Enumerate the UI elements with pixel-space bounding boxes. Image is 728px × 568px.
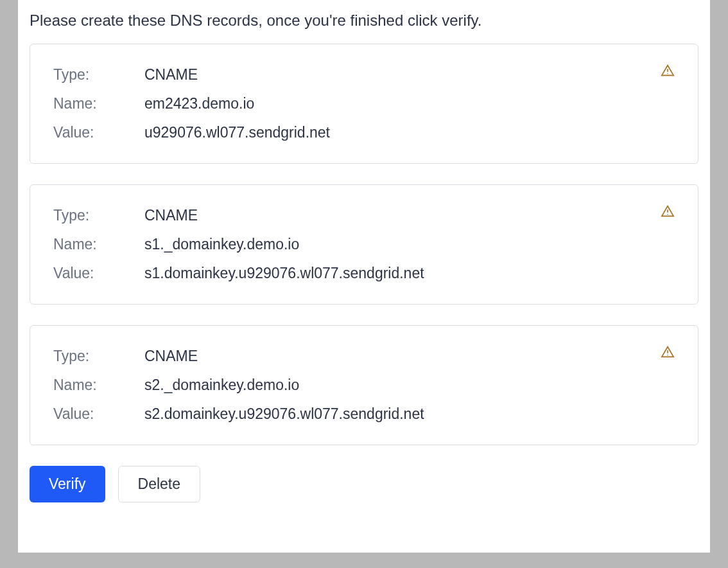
verify-button[interactable]: Verify <box>30 466 105 502</box>
dns-records-panel: Please create these DNS records, once yo… <box>18 0 710 553</box>
delete-button[interactable]: Delete <box>118 466 200 502</box>
record-type: CNAME <box>144 207 198 224</box>
record-name: s2._domainkey.demo.io <box>144 377 299 394</box>
record-name: em2423.demo.io <box>144 95 254 112</box>
record-value: s2.domainkey.u929076.wl077.sendgrid.net <box>144 405 424 423</box>
record-value: u929076.wl077.sendgrid.net <box>144 124 330 141</box>
record-value: s1.domainkey.u929076.wl077.sendgrid.net <box>144 265 424 282</box>
svg-point-1 <box>667 73 668 74</box>
instruction-text: Please create these DNS records, once yo… <box>18 12 710 44</box>
name-label: Name: <box>53 236 144 253</box>
name-label: Name: <box>53 95 144 112</box>
name-label: Name: <box>53 377 144 394</box>
warning-icon <box>661 204 675 218</box>
record-name: s1._domainkey.demo.io <box>144 236 299 253</box>
type-label: Type: <box>53 348 144 365</box>
type-label: Type: <box>53 66 144 84</box>
action-buttons: Verify Delete <box>18 466 710 502</box>
record-type: CNAME <box>144 348 198 365</box>
dns-record-card: Type: CNAME Name: em2423.demo.io Value: … <box>30 44 698 164</box>
value-label: Value: <box>53 265 144 282</box>
svg-point-5 <box>667 355 668 355</box>
svg-point-3 <box>667 214 668 215</box>
type-label: Type: <box>53 207 144 224</box>
dns-record-card: Type: CNAME Name: s2._domainkey.demo.io … <box>30 325 698 445</box>
warning-icon <box>661 345 675 359</box>
value-label: Value: <box>53 405 144 423</box>
dns-record-card: Type: CNAME Name: s1._domainkey.demo.io … <box>30 184 698 305</box>
record-type: CNAME <box>144 66 198 84</box>
value-label: Value: <box>53 124 144 141</box>
warning-icon <box>661 64 675 78</box>
